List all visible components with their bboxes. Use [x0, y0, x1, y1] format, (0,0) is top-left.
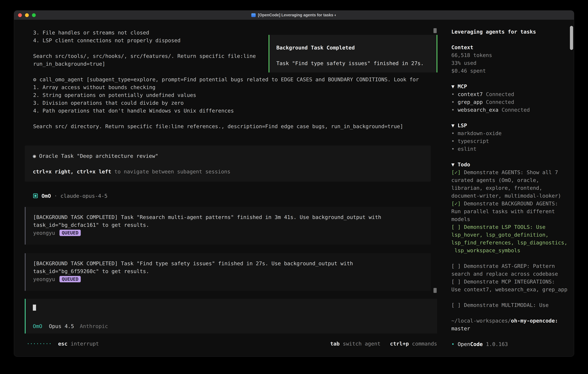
terminal-window: [OpenCode] Leveraging agents for tasks ◐… [14, 10, 574, 357]
spacer-line [451, 36, 574, 43]
terminal-main[interactable]: 3. File handles or streams not closed 4.… [14, 20, 442, 357]
spacer-line [451, 332, 574, 340]
message-line: task_id="bg_6f59260c" to get results. [33, 267, 431, 275]
git-branch: master [451, 325, 574, 332]
terminal-line: 1. Array access without bounds checking [33, 83, 420, 91]
bullet-icon: • [451, 107, 454, 113]
toast-title: Background Task Completed [276, 44, 437, 52]
statusbar-right: tab switch agent ctrl+p commands [330, 341, 437, 347]
window-content: 3. File handles or streams not closed 4.… [14, 20, 574, 357]
session-title: Leveraging agents for tasks [451, 28, 574, 36]
todo-item: [ ]Demonstrate AST-GREP: Pattern [451, 262, 574, 270]
main-scrollbar-thumb-top[interactable] [433, 28, 437, 33]
oracle-title: Oracle Task "Deep architecture review" [39, 153, 158, 159]
todo-item-wrap: lsp_find_references, lsp_diagnostics, [451, 239, 574, 247]
main-scrollbar-thumb-bottom[interactable] [433, 288, 437, 293]
workspace-path: ~/local-workspaces/oh-my-opencode: [451, 317, 574, 325]
hint-text: to navigate between subagent sessions [111, 169, 231, 175]
todo-item-wrap: librarian, explore, frontend, [451, 184, 574, 192]
minimize-button[interactable] [25, 13, 29, 17]
todo-checkbox-empty: [ ] [451, 279, 461, 285]
hint-keys: ctrl+x right, ctrl+x left [33, 169, 111, 175]
todo-item-wrap: document-writer, multimodal-looker) [451, 192, 574, 200]
message-meta: yeongyu QUEUED [33, 229, 431, 237]
background-task-toast: Background Task Completed Task "Find typ… [269, 35, 437, 73]
tab-key-label: switch agent [343, 341, 380, 347]
bullet-icon: • [451, 138, 454, 144]
sidebar-scrollbar-thumb[interactable] [570, 26, 573, 50]
spacer-line [451, 114, 574, 122]
spacer-line [451, 153, 574, 161]
mcp-item: •context7Connected [451, 90, 574, 98]
tool-call-line: ⚙call_omo_agent [subagent_type=explore, … [33, 76, 420, 83]
todo-item-wrap: lsp_hover, lsp_goto_definition, [451, 231, 574, 239]
ctrlp-key-hint: ctrl+p [390, 341, 409, 347]
terminal-line: Search src/ directory. Return specific f… [33, 123, 420, 130]
input-meta: OmO Opus 4.5 Anthropic [33, 323, 437, 329]
tab-key-hint: tab [330, 341, 340, 347]
spinner-dots: ········ [27, 341, 52, 347]
todo-item-wrap: Run parallel tasks with different [451, 208, 574, 215]
record-icon: ◉ [33, 153, 36, 159]
message-line: [BACKGROUND TASK COMPLETED] Task "Find t… [33, 260, 431, 267]
todo-item-wrap: Use context7, websearch_exa, grep_app [451, 286, 574, 293]
agent-model: claude-opus-4-5 [61, 193, 107, 199]
terminal-line: 4. Path operations that don't handle Win… [33, 107, 420, 115]
todo-checkbox-empty: [ ] [451, 224, 461, 230]
toast-body: Task "Find type safety issues" finished … [276, 59, 437, 67]
todo-item: [✓]Demonstrate BACKGROUND AGENTS: [451, 200, 574, 208]
agent-separator: · [54, 193, 57, 199]
omo-agent-icon [33, 194, 38, 198]
lsp-item: •markdown-oxide [451, 129, 574, 137]
statusbar-left: ········ esc interrupt [27, 341, 99, 347]
bullet-icon: • [451, 130, 454, 136]
message-background-task-1: [BACKGROUND TASK COMPLETED] Task "Resear… [25, 207, 431, 245]
todo-item: [ ]Demonstrate MULTIMODAL: Use [451, 301, 574, 309]
context-used: 33% used [451, 59, 574, 67]
context-header: Context [451, 43, 574, 51]
bullet-icon: • [451, 146, 454, 152]
message-author: yeongyu [33, 230, 55, 236]
prompt-input[interactable]: OmO Opus 4.5 Anthropic [25, 299, 437, 333]
close-button[interactable] [18, 13, 22, 17]
input-provider: Anthropic [80, 323, 108, 329]
mcp-item: •websearch_exaConnected [451, 106, 574, 114]
oracle-title-line: ◉ Oracle Task "Deep architecture review" [33, 152, 431, 160]
titlebar[interactable]: [OpenCode] Leveraging agents for tasks ◐ [14, 10, 574, 20]
oracle-hint: ctrl+x right, ctrl+x left to navigate be… [33, 168, 431, 176]
statusbar: ········ esc interrupt tab switch agent … [27, 340, 437, 348]
tool-call-text: call_omo_agent [subagent_type=explore, p… [40, 76, 419, 83]
lsp-section-header[interactable]: ▼ LSP [451, 122, 574, 129]
lsp-item: •eslint [451, 145, 574, 153]
bullet-icon: • [451, 341, 454, 347]
zoom-button[interactable] [32, 13, 36, 17]
context-tokens: 66,518 tokens [451, 51, 574, 59]
todo-item: [✓]Demonstrate AGENTS: Show all 7 [451, 168, 574, 176]
todo-item-wrap: search and replace across codebase [451, 270, 574, 278]
todo-item: [ ]Demonstrate MCP INTEGRATIONS: [451, 278, 574, 286]
app-version: 1.0.163 [486, 341, 508, 347]
title-wrap: [OpenCode] Leveraging agents for tasks ◐ [251, 13, 337, 17]
mcp-section-header[interactable]: ▼ MCP [451, 83, 574, 90]
lsp-item: •typescript [451, 137, 574, 145]
input-agent: OmO [33, 323, 42, 329]
document-icon [251, 13, 256, 17]
todo-checkbox-checked: [✓] [451, 169, 461, 175]
message-meta: yeongyu QUEUED [33, 275, 431, 283]
context-spent: $0.46 spent [451, 67, 574, 75]
esc-key-label: interrupt [71, 341, 99, 347]
queued-badge: QUEUED [60, 276, 81, 282]
todo-item-wrap: lsp_workspace_symbols [451, 247, 574, 254]
opencode-footer: •OpenCode1.0.163 [451, 340, 574, 348]
spacer-line [451, 293, 574, 301]
todo-checkbox-checked: [✓] [451, 201, 461, 207]
input-model: Opus 4.5 [49, 323, 74, 329]
brand-open: Open [458, 341, 470, 347]
todo-section-header[interactable]: ▼ Todo [451, 161, 574, 168]
message-background-task-2: [BACKGROUND TASK COMPLETED] Task "Find t… [25, 253, 431, 291]
queued-badge: QUEUED [60, 230, 81, 236]
todo-checkbox-empty: [ ] [451, 302, 461, 308]
oracle-task-panel[interactable]: ◉ Oracle Task "Deep architecture review"… [25, 145, 431, 182]
todo-item-active: [ ]Demonstrate LSP TOOLS: Use [451, 223, 574, 231]
todo-item-wrap: curated agents (OmO, oracle, [451, 176, 574, 184]
